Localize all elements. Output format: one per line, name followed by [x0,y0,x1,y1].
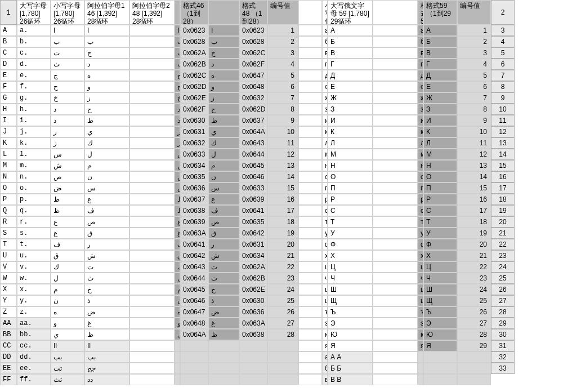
cell[interactable]: 0x0639 [239,194,267,205]
cell[interactable]: C [0,47,17,59]
cell[interactable] [129,318,175,329]
cell[interactable] [298,59,322,70]
cell[interactable]: ж [322,92,328,104]
cell[interactable]: 0x062F [180,104,208,115]
cell[interactable]: Ц [328,261,373,273]
cell[interactable] [208,340,239,351]
cell[interactable]: V [0,261,17,273]
cell[interactable]: ن [51,295,84,306]
cell[interactable] [129,47,175,59]
cell[interactable]: r. [17,216,51,228]
cell[interactable]: Щ [423,295,457,306]
cell[interactable]: غ [175,228,180,239]
cell[interactable]: ل [208,149,239,160]
cell[interactable]: У [423,228,457,239]
cell[interactable]: ل [51,273,84,284]
cell[interactable]: دد [84,374,129,385]
cell[interactable] [373,340,418,351]
cell[interactable] [175,351,180,363]
cell[interactable] [373,250,418,261]
cell[interactable]: ث [84,273,129,284]
cell[interactable]: J [0,126,17,137]
cell[interactable]: л [322,137,328,149]
cell[interactable] [208,363,239,374]
cell[interactable]: У [328,228,373,239]
cell[interactable]: cc. [17,340,51,351]
cell[interactable]: в [322,47,328,59]
row-header[interactable]: 20 [491,216,515,228]
row-header[interactable]: 12 [491,126,515,137]
cell[interactable] [298,250,322,261]
spreadsheet[interactable]: 1大写字母 [1,780] 26循环小写字母 [1,780] 26循环阿拉伯字母… [0,0,563,385]
cell[interactable]: С [328,205,373,216]
cell[interactable]: В В [328,374,373,385]
cell[interactable] [373,273,418,284]
cell[interactable]: ب [208,36,239,47]
cell[interactable]: س [84,182,129,194]
cell[interactable]: S [0,228,17,239]
cell[interactable]: ق [175,250,180,261]
cell[interactable] [129,205,175,216]
cell[interactable]: د [51,104,84,115]
cell[interactable] [373,115,418,126]
cell[interactable]: ظ [175,205,180,216]
cell[interactable]: Ж [423,92,457,104]
cell[interactable]: e. [17,70,51,81]
cell[interactable]: п [418,182,423,194]
cell[interactable]: 0x0632 [180,137,208,149]
cell[interactable]: Ш [328,284,373,295]
cell[interactable]: 0x0623 [180,25,208,36]
cell[interactable] [373,205,418,216]
cell[interactable]: н [418,160,423,171]
cell[interactable]: خ [175,92,180,104]
cell[interactable]: и [418,115,423,126]
cell[interactable]: 19 [267,228,298,239]
cell[interactable]: u. [17,250,51,261]
cell[interactable]: д [418,70,423,81]
cell[interactable] [298,306,322,318]
cell[interactable]: ن [175,295,180,306]
cell[interactable]: ف [84,205,129,216]
cell[interactable]: 6 [457,81,491,92]
cell[interactable]: ي [208,126,239,137]
cell[interactable]: 17 [457,205,491,216]
row-header[interactable]: 6 [491,59,515,70]
row-header[interactable]: 17 [491,182,515,194]
cell[interactable]: Б [328,36,373,47]
cell[interactable]: т [322,216,328,228]
row-header[interactable]: 10 [491,104,515,115]
cell[interactable]: у [322,228,328,239]
cell[interactable]: 0x062A [239,261,267,273]
cell[interactable]: ي [175,329,180,340]
cell[interactable]: 0x0631 [239,239,267,250]
cell[interactable]: 23 [457,273,491,284]
cell[interactable]: س [175,149,180,160]
column-header[interactable]: 编号值 [267,0,298,25]
cell[interactable]: ع [51,216,84,228]
cell[interactable]: ز [175,137,180,149]
cell[interactable] [175,374,180,385]
cell[interactable]: Ф [423,239,457,250]
cell[interactable]: ج [84,47,129,59]
cell[interactable]: و [175,318,180,329]
cell[interactable]: Ъ [423,306,457,318]
cell[interactable]: ф [418,239,423,250]
cell[interactable] [418,374,423,385]
cell[interactable] [373,160,418,171]
cell[interactable]: k. [17,137,51,149]
cell[interactable] [373,182,418,194]
cell[interactable]: ض [51,182,84,194]
cell[interactable]: ث [51,59,84,70]
cell[interactable]: G [0,92,17,104]
cell[interactable]: 0x062E [239,284,267,295]
cell[interactable]: м [322,149,328,160]
cell[interactable]: ك [175,261,180,273]
cell[interactable]: 0x0645 [180,284,208,295]
cell[interactable]: ا [208,25,239,36]
cell[interactable]: 21 [267,250,298,261]
cell[interactable]: W [0,273,17,284]
row-header[interactable]: 1 [0,0,17,25]
cell[interactable] [373,295,418,306]
cell[interactable]: i. [17,115,51,126]
cell[interactable] [208,351,239,363]
